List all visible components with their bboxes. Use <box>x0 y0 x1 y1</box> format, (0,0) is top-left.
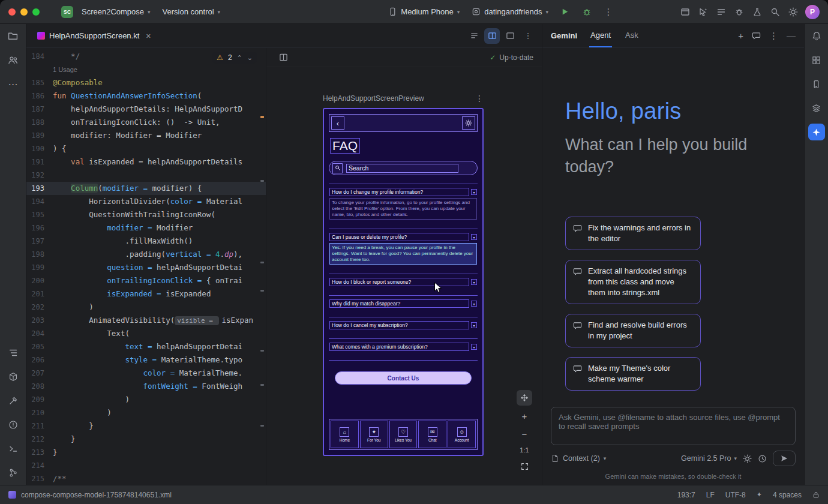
file-encoding[interactable]: UTF-8 <box>725 491 746 499</box>
contact-us-button[interactable]: Contact Us <box>335 371 472 385</box>
search-field[interactable]: Search <box>329 161 478 175</box>
expand-icon[interactable]: ▾ <box>471 234 477 240</box>
stripe-mark[interactable] <box>260 262 264 263</box>
model-selector[interactable]: Gemini 2.5 Pro ▾ <box>681 454 737 463</box>
nav-item-likes-you[interactable]: ♡Likes You <box>389 421 418 448</box>
commit-tool-button[interactable] <box>5 52 22 68</box>
faq-item[interactable]: How do I cancel my subscription?▾ <box>329 317 478 338</box>
device-selector[interactable]: Medium Phone ▾ <box>385 5 463 19</box>
tab-agent[interactable]: Agent <box>589 24 612 47</box>
zoom-window-button[interactable] <box>32 8 40 16</box>
preview-options-button[interactable]: ⋮ <box>475 94 484 103</box>
compose-preview-phone[interactable]: ‹ FAQ Search How do I change my profile … <box>323 108 484 456</box>
editor-scroll-stripe[interactable] <box>260 48 265 485</box>
zoom-level[interactable]: 1:1 <box>520 444 529 456</box>
zoom-out-button[interactable]: − <box>517 426 532 442</box>
run-config-selector[interactable]: datingandfriends ▾ <box>468 5 552 19</box>
expand-icon[interactable]: ▾ <box>471 189 477 195</box>
nav-item-account[interactable]: ☺Account <box>448 421 476 448</box>
app-insights-button[interactable] <box>731 4 748 20</box>
terminal-tool-button[interactable] <box>5 440 22 457</box>
faq-item[interactable]: How do I change my profile information?▾… <box>329 184 478 229</box>
layout-inspector-button[interactable] <box>808 100 825 116</box>
pan-button[interactable] <box>517 390 532 406</box>
build-tool-button[interactable] <box>5 392 22 409</box>
next-problem-button[interactable]: ⌄ <box>247 54 253 62</box>
ai-status-icon[interactable]: ✦ <box>757 491 762 499</box>
faq-question-row[interactable]: Why did my match disappear?▾ <box>329 299 477 308</box>
faq-question-row[interactable]: How do I change my profile information?▾ <box>329 188 477 196</box>
new-chat-button[interactable]: + <box>738 31 743 41</box>
running-devices-button[interactable] <box>808 76 825 92</box>
run-button[interactable] <box>557 4 574 20</box>
debug-button[interactable] <box>578 4 595 20</box>
gemini-tool-button[interactable] <box>808 124 825 140</box>
project-tool-button[interactable] <box>5 28 22 44</box>
tab-ask[interactable]: Ask <box>624 24 640 47</box>
faq-item[interactable]: Why did my match disappear?▾ <box>329 295 478 317</box>
device-mirror-button[interactable] <box>677 4 694 20</box>
editor-tab[interactable]: HelpAndSupportScreen.kt × <box>32 24 156 47</box>
line-separator[interactable]: LF <box>706 491 715 499</box>
settings-button[interactable] <box>785 4 802 20</box>
warning-stripe-mark[interactable] <box>260 116 264 118</box>
context-selector[interactable]: Context (2) ▾ <box>551 454 606 463</box>
stripe-mark[interactable] <box>260 180 264 182</box>
stripe-mark[interactable] <box>260 384 264 386</box>
prompt-history-button[interactable] <box>758 454 767 463</box>
zoom-to-fit-button[interactable] <box>517 458 532 474</box>
minimize-window-button[interactable] <box>20 8 28 16</box>
gemini-transform-button[interactable] <box>695 4 712 20</box>
stripe-mark[interactable] <box>260 350 264 352</box>
expand-icon[interactable]: ▾ <box>471 344 477 350</box>
split-view-button[interactable] <box>484 28 500 44</box>
stripe-mark[interactable] <box>260 290 264 292</box>
design-view-button[interactable] <box>502 28 518 44</box>
faq-question-row[interactable]: How do I block or report someone?▾ <box>329 278 477 286</box>
hide-panel-button[interactable]: — <box>787 31 796 41</box>
suggestion-card[interactable]: Extract all hardcoded strings from this … <box>565 260 701 304</box>
suggestion-card[interactable]: Fix the warnings and errors in the edito… <box>565 217 701 250</box>
experiments-button[interactable] <box>749 4 766 20</box>
close-tab-button[interactable]: × <box>146 31 151 41</box>
gemini-settings-button[interactable] <box>743 454 752 463</box>
indent-setting[interactable]: 4 spaces <box>773 491 802 499</box>
faq-item[interactable]: What comes with a premium subscription?▾ <box>329 338 478 360</box>
faq-question-row[interactable]: How do I cancel my subscription?▾ <box>329 321 477 329</box>
search-everywhere-button[interactable] <box>767 4 784 20</box>
faq-question-row[interactable]: Can I pause or delete my profile?▾ <box>329 233 477 241</box>
nav-item-chat[interactable]: ✉Chat <box>418 421 446 448</box>
nav-item-for-you[interactable]: ✦For You <box>360 421 388 448</box>
dependencies-tool-button[interactable] <box>5 368 22 385</box>
settings-icon-button[interactable] <box>462 116 475 130</box>
stripe-mark[interactable] <box>260 425 264 427</box>
editor-options-button[interactable]: ⋮ <box>520 28 536 44</box>
resource-manager-button[interactable] <box>808 52 825 68</box>
preview-split-button[interactable] <box>275 49 292 66</box>
more-tools-button[interactable]: ⋯ <box>5 76 22 92</box>
faq-item[interactable]: Can I pause or delete my profile?▾Yes. I… <box>329 229 478 274</box>
structure-tool-button[interactable] <box>5 344 22 361</box>
project-menu[interactable]: Screen2Compose ▾ <box>78 5 154 19</box>
nav-item-home[interactable]: ⌂Home <box>331 421 359 448</box>
git-tool-button[interactable] <box>5 464 22 481</box>
status-file[interactable]: compose-compose-model-1758748140651.xml <box>8 491 172 499</box>
suggestion-card[interactable]: Make my Theme's color scheme warmer <box>565 357 701 391</box>
inspections-widget[interactable]: ⚠ 2 ⌃ ⌄ <box>212 52 257 64</box>
faq-question-row[interactable]: What comes with a premium subscription?▾ <box>329 343 477 351</box>
zoom-in-button[interactable]: + <box>517 408 532 424</box>
caret-position[interactable]: 193:7 <box>677 491 695 499</box>
notifications-button[interactable] <box>808 28 825 44</box>
expand-icon[interactable]: ▾ <box>471 301 477 307</box>
prev-problem-button[interactable]: ⌃ <box>237 54 242 62</box>
send-button[interactable] <box>773 451 796 466</box>
gemini-options-button[interactable]: ⋮ <box>769 31 778 41</box>
suggestion-card[interactable]: Find and resolve build errors in my proj… <box>565 314 701 347</box>
close-window-button[interactable] <box>8 8 16 16</box>
chat-history-button[interactable] <box>752 31 761 40</box>
user-avatar[interactable]: P <box>805 5 820 19</box>
back-button[interactable]: ‹ <box>331 116 344 130</box>
gemini-prompt-input[interactable] <box>551 407 796 445</box>
code-view-button[interactable] <box>466 28 482 44</box>
code-editor[interactable]: 184 */1 Usage185@Composable186fun Questi… <box>26 48 266 485</box>
